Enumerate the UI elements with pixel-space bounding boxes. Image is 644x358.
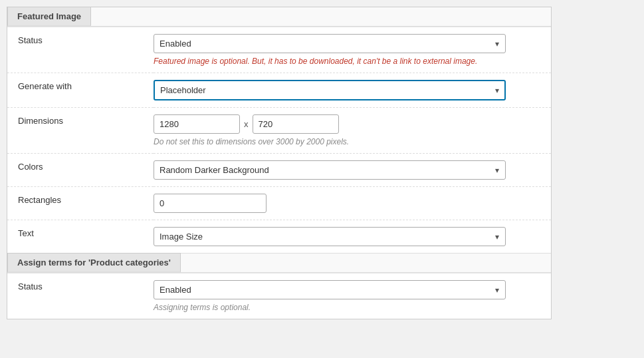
status-label: Status — [7, 27, 154, 73]
dimensions-value-cell: x Do not set this to dimensions over 300… — [154, 108, 551, 154]
status-value-cell: Enabled Disabled Featured image is optio… — [154, 27, 551, 73]
assign-terms-table: Status Enabled Disabled Assigning terms … — [7, 273, 551, 319]
text-value-cell: Image Size None Custom — [154, 220, 551, 254]
generate-with-label: Generate with — [7, 73, 154, 108]
colors-select-wrapper: Random Darker Background Random Custom — [154, 160, 506, 180]
status-row: Status Enabled Disabled Featured image i… — [7, 27, 551, 73]
featured-image-tab: Featured Image — [7, 7, 91, 26]
colors-row: Colors Random Darker Background Random C… — [7, 154, 551, 187]
assign-status-value-cell: Enabled Disabled Assigning terms is opti… — [154, 273, 551, 319]
generate-with-select[interactable]: Placeholder None — [154, 80, 506, 100]
colors-value-cell: Random Darker Background Random Custom — [154, 154, 551, 187]
colors-select[interactable]: Random Darker Background Random Custom — [154, 160, 506, 180]
width-input[interactable] — [154, 114, 240, 134]
colors-label: Colors — [7, 154, 154, 187]
dimensions-label: Dimensions — [7, 108, 154, 154]
text-select-wrapper: Image Size None Custom — [154, 227, 506, 246]
rectangles-label: Rectangles — [7, 187, 154, 220]
assign-status-hint: Assigning terms is optional. — [154, 303, 544, 312]
dimensions-row: Dimensions x Do not set this to dimensio… — [7, 108, 551, 154]
dimensions-separator: x — [244, 119, 249, 129]
text-label: Text — [7, 220, 154, 254]
height-input[interactable] — [253, 114, 339, 134]
generate-with-value-cell: Placeholder None — [154, 73, 551, 108]
dimensions-hint: Do not set this to dimensions over 3000 … — [154, 137, 544, 146]
status-select-wrapper: Enabled Disabled — [154, 34, 506, 53]
status-select[interactable]: Enabled Disabled — [154, 34, 506, 53]
text-select[interactable]: Image Size None Custom — [154, 227, 506, 246]
assign-terms-tab: Assign terms for 'Product categories' — [7, 253, 181, 272]
assign-terms-header: Assign terms for 'Product categories' — [7, 254, 551, 273]
generate-with-row: Generate with Placeholder None — [7, 73, 551, 108]
text-row: Text Image Size None Custom — [7, 220, 551, 254]
rectangles-input[interactable] — [154, 194, 267, 213]
rectangles-value-cell — [154, 187, 551, 220]
assign-status-select-wrapper: Enabled Disabled — [154, 280, 506, 299]
featured-image-section: Featured Image Status Enabled Disabled F… — [7, 7, 551, 253]
status-hint: Featured image is optional. But, it has … — [154, 57, 544, 66]
featured-image-table: Status Enabled Disabled Featured image i… — [7, 27, 551, 253]
assign-terms-section: Assign terms for 'Product categories' St… — [7, 253, 551, 319]
rectangles-row: Rectangles — [7, 187, 551, 220]
assign-status-select[interactable]: Enabled Disabled — [154, 280, 506, 299]
settings-panel: Featured Image Status Enabled Disabled F… — [7, 7, 552, 319]
dimensions-inputs: x — [154, 114, 544, 134]
assign-status-row: Status Enabled Disabled Assigning terms … — [7, 273, 551, 319]
assign-status-label: Status — [7, 273, 154, 319]
featured-image-header: Featured Image — [7, 7, 551, 27]
generate-with-select-wrapper: Placeholder None — [154, 80, 506, 100]
